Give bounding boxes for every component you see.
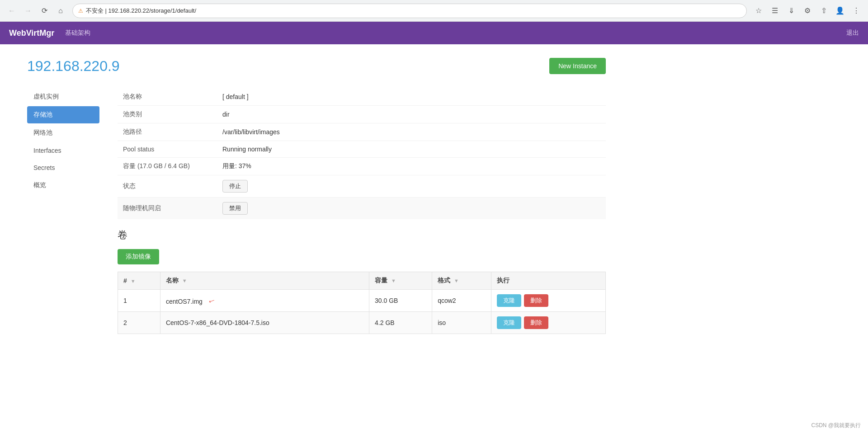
volume-num: 1	[118, 290, 160, 312]
volume-size: 4.2 GB	[369, 312, 432, 334]
home-button[interactable]: ⌂	[54, 5, 67, 17]
volume-format: iso	[432, 312, 491, 334]
sidebar-item-secrets[interactable]: Secrets	[27, 160, 99, 176]
page-header: 192.168.220.9 New Instance	[27, 58, 606, 75]
bookmark-star-button[interactable]: ☆	[752, 5, 765, 17]
pool-info-label: 池名称	[118, 88, 217, 106]
extension-button[interactable]: ⚙	[801, 5, 814, 17]
pool-info-row: 状态停止	[118, 175, 606, 198]
brand-name[interactable]: WebVirtMgr	[9, 28, 54, 38]
share-button[interactable]: ⇧	[817, 5, 830, 17]
arrow-annotation-icon: ←	[206, 294, 218, 307]
volumes-table: # ▼ 名称 ▼ 容量 ▼ 格式 ▼	[118, 272, 606, 334]
new-instance-button[interactable]: New Instance	[549, 58, 606, 74]
col-header-num[interactable]: # ▼	[118, 272, 160, 290]
pool-info-value: Running normally	[217, 141, 606, 158]
top-nav-left: WebVirtMgr 基础架构	[9, 28, 90, 38]
delete-button[interactable]: 删除	[524, 316, 548, 329]
sort-arrow-name: ▼	[182, 278, 187, 283]
volume-name: centOS7.img←	[160, 290, 369, 312]
nav-buttons: ← → ⟳ ⌂	[5, 5, 67, 17]
bookmark-list-button[interactable]: ☰	[769, 5, 781, 17]
profile-button[interactable]: 👤	[834, 5, 846, 17]
volume-format: qcow2	[432, 290, 491, 312]
top-nav: WebVirtMgr 基础架构 退出	[0, 22, 868, 44]
volume-actions: 克隆删除	[491, 312, 605, 334]
sidebar: 虚机实例 存储池 网络池 Interfaces Secrets 概览	[27, 88, 99, 334]
page-title: 192.168.220.9	[27, 58, 120, 75]
col-header-format[interactable]: 格式 ▼	[432, 272, 491, 290]
browser-chrome: ← → ⟳ ⌂ ⚠ 不安全 | 192.168.220.22/storage/1…	[0, 0, 868, 22]
pool-info-row: 池类别dir	[118, 106, 606, 123]
clone-button[interactable]: 克隆	[497, 316, 521, 329]
sort-arrow-format: ▼	[454, 278, 459, 283]
col-header-size[interactable]: 容量 ▼	[369, 272, 432, 290]
download-button[interactable]: ⇓	[785, 5, 797, 17]
reload-button[interactable]: ⟳	[38, 5, 51, 17]
address-bar[interactable]: ⚠ 不安全 | 192.168.220.22/storage/1/default…	[72, 4, 747, 18]
col-header-name[interactable]: 名称 ▼	[160, 272, 369, 290]
delete-button[interactable]: 删除	[524, 294, 548, 307]
url-text: 不安全 | 192.168.220.22/storage/1/default/	[86, 7, 196, 15]
pool-action-button[interactable]: 停止	[222, 180, 248, 193]
pool-info-value: 禁用	[217, 198, 606, 220]
browser-actions: ☆ ☰ ⇓ ⚙ ⇧ 👤 ⋮	[752, 5, 863, 17]
pool-info-label: 池类别	[118, 106, 217, 123]
sidebar-item-overview[interactable]: 概览	[27, 177, 99, 194]
pool-action-button[interactable]: 禁用	[222, 202, 248, 215]
pool-info-label: 随物理机同启	[118, 198, 217, 220]
pool-info-label: 池路径	[118, 123, 217, 141]
pool-info-row: 池名称[ default ]	[118, 88, 606, 106]
sidebar-item-interfaces[interactable]: Interfaces	[27, 142, 99, 159]
clone-button[interactable]: 克隆	[497, 294, 521, 307]
col-header-action: 执行	[491, 272, 605, 290]
pool-info-value: /var/lib/libvirt/images	[217, 123, 606, 141]
nav-infrastructure-link[interactable]: 基础架构	[65, 29, 90, 37]
volume-name: CentOS-7-x86_64-DVD-1804-7.5.iso	[160, 312, 369, 334]
menu-button[interactable]: ⋮	[850, 5, 863, 17]
sidebar-item-storage-pool[interactable]: 存储池	[27, 106, 99, 123]
sort-arrow-num: ▼	[131, 278, 136, 284]
pool-info-table: 池名称[ default ]池类别dir池路径/var/lib/libvirt/…	[118, 88, 606, 219]
forward-button[interactable]: →	[22, 5, 34, 17]
pool-info-value: 停止	[217, 175, 606, 198]
sort-arrow-size: ▼	[391, 278, 396, 283]
add-image-button[interactable]: 添加镜像	[118, 249, 159, 264]
pool-info-value: [ default ]	[217, 88, 606, 106]
pool-info-value: dir	[217, 106, 606, 123]
pool-info-label: Pool status	[118, 141, 217, 158]
pool-info-label: 状态	[118, 175, 217, 198]
back-button[interactable]: ←	[5, 5, 18, 17]
volume-actions: 克隆删除	[491, 290, 605, 312]
sidebar-item-network-pool[interactable]: 网络池	[27, 124, 99, 141]
pool-info-row: 随物理机同启禁用	[118, 198, 606, 220]
pool-info-row: 容量 (17.0 GB / 6.4 GB)用量: 37%	[118, 158, 606, 175]
lock-icon: ⚠	[78, 8, 83, 14]
info-section: 池名称[ default ]池类别dir池路径/var/lib/libvirt/…	[118, 88, 606, 334]
table-row: 2CentOS-7-x86_64-DVD-1804-7.5.iso4.2 GBi…	[118, 312, 606, 334]
pool-info-row: 池路径/var/lib/libvirt/images	[118, 123, 606, 141]
volume-num: 2	[118, 312, 160, 334]
main-content: 192.168.220.9 New Instance 虚机实例 存储池 网络池 …	[0, 44, 633, 348]
layout: 虚机实例 存储池 网络池 Interfaces Secrets 概览 池	[27, 88, 606, 334]
table-row: 1centOS7.img←30.0 GBqcow2克隆删除	[118, 290, 606, 312]
pool-info-label: 容量 (17.0 GB / 6.4 GB)	[118, 158, 217, 175]
volume-size: 30.0 GB	[369, 290, 432, 312]
pool-info-value: 用量: 37%	[217, 158, 606, 175]
top-nav-right: 退出	[846, 29, 859, 37]
volumes-title: 卷	[118, 228, 606, 242]
sidebar-item-vm-instances[interactable]: 虚机实例	[27, 88, 99, 105]
pool-info-row: Pool statusRunning normally	[118, 141, 606, 158]
logout-button[interactable]: 退出	[846, 29, 859, 36]
